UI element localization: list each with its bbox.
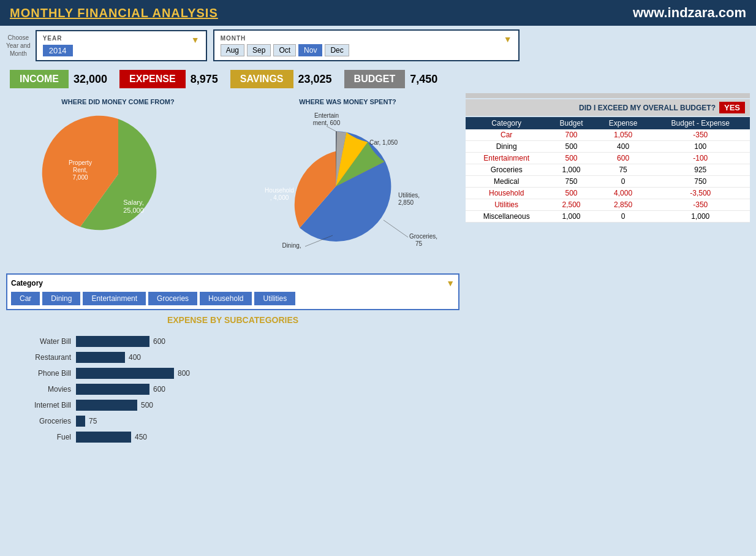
- subcat-btn-utilities[interactable]: Utilities: [254, 292, 295, 305]
- income-label: INCOME: [10, 70, 69, 88]
- year-label: YEAR: [43, 35, 62, 42]
- bar-value: 800: [178, 369, 190, 378]
- bar-label: Water Bill: [16, 337, 71, 346]
- subcat-btn-groceries[interactable]: Groceries: [148, 292, 197, 305]
- savings-summary: SAVINGS 23,025: [230, 70, 332, 88]
- bar-value: 500: [141, 401, 153, 409]
- budget-diff: 750: [651, 176, 750, 188]
- header: MONTHLY FINANCIAL ANALYSIS www.indzara.c…: [0, 0, 756, 26]
- bar-value: 600: [153, 385, 165, 394]
- budget-expense: 1,050: [595, 129, 651, 141]
- bar-label: Fuel: [16, 433, 71, 441]
- month-label: MONTH: [221, 35, 246, 42]
- budget-diff: 925: [651, 164, 750, 176]
- bar-fill: [76, 416, 85, 427]
- table-row: Entertainment500600-100: [466, 153, 750, 164]
- bar-fill: [76, 384, 149, 395]
- budget-header-budget: Budget: [547, 117, 595, 129]
- month-btn-aug[interactable]: Aug: [221, 44, 244, 56]
- salary-label: Salary,: [123, 199, 143, 206]
- budget-category: Entertainment: [466, 153, 547, 164]
- bar-fill: [76, 336, 149, 347]
- subcat-btn-household[interactable]: Household: [200, 292, 252, 305]
- income-value: 32,000: [74, 73, 107, 86]
- budget-expense: 2,850: [595, 199, 651, 211]
- household-value: , 4,000: [270, 194, 289, 201]
- car-label: Car, 1,050: [369, 139, 398, 146]
- bar-row: Water Bill600: [16, 336, 450, 347]
- budget-expense: 0: [595, 176, 651, 188]
- subcat-btn-car[interactable]: Car: [11, 292, 40, 305]
- budget-amount: 500: [547, 188, 595, 199]
- groceries-value: 75: [415, 240, 423, 247]
- month-buttons: AugSepOctNovDec: [221, 44, 512, 56]
- controls-row: ChooseYear andMonth YEAR ▼ 2014 MONTH ▼ …: [0, 26, 756, 65]
- bar-row: Groceries75: [16, 416, 450, 427]
- bar-chart-section: Water Bill600Restaurant400Phone Bill800M…: [6, 330, 459, 454]
- entertainment-label2: ment, 600: [312, 120, 340, 126]
- subcategory-filter-icon[interactable]: ▼: [446, 278, 455, 288]
- bar-row: Movies600: [16, 384, 450, 395]
- expense-subcategories-title: EXPENSE BY SUBCATEGORIES: [6, 310, 459, 327]
- budget-category: Household: [466, 188, 547, 199]
- expense-value: 8,975: [191, 73, 218, 86]
- month-btn-nov[interactable]: Nov: [298, 44, 322, 56]
- budget-header-expense: Expense: [595, 117, 651, 129]
- month-btn-oct[interactable]: Oct: [273, 44, 296, 56]
- bar-row: Restaurant400: [16, 352, 450, 363]
- bar-value: 400: [129, 353, 141, 362]
- budget-exceed-value: YES: [719, 102, 745, 113]
- income-pie-svg: Salary, 25,000 Property Rent, 7,000: [26, 107, 210, 242]
- table-row: Utilities2,5002,850-350: [466, 199, 750, 211]
- table-row: Groceries1,00075925: [466, 164, 750, 176]
- bar-row: Internet Bill500: [16, 400, 450, 411]
- budget-expense: 600: [595, 153, 651, 164]
- bar-fill: [76, 400, 137, 411]
- expense-pie-svg: Household , 4,000 Utilities, 2,850 Car, …: [238, 107, 458, 266]
- year-filter-icon[interactable]: ▼: [191, 35, 200, 45]
- savings-value: 23,025: [298, 73, 332, 86]
- subcategory-filter-label: Category: [11, 279, 43, 288]
- bar-label: Restaurant: [16, 353, 71, 362]
- subcat-btn-entertainment[interactable]: Entertainment: [83, 292, 146, 305]
- budget-amount: 750: [547, 176, 595, 188]
- subcategory-title-row: Category ▼: [11, 278, 455, 288]
- expense-chart-title: WHERE WAS MONEY SPENT?: [236, 96, 459, 107]
- budget-amount: 500: [547, 141, 595, 153]
- utilities-value: 2,850: [398, 199, 414, 206]
- month-btn-dec[interactable]: Dec: [325, 44, 349, 56]
- year-control: YEAR ▼ 2014: [36, 30, 207, 61]
- subcat-btn-dining[interactable]: Dining: [42, 292, 80, 305]
- budget-category: Utilities: [466, 199, 547, 211]
- budget-expense: 400: [595, 141, 651, 153]
- page-title: MONTHLY FINANCIAL ANALYSIS: [10, 6, 218, 20]
- month-btn-sep[interactable]: Sep: [247, 44, 271, 56]
- subcategory-buttons: CarDiningEntertainmentGroceriesHousehold…: [11, 292, 455, 305]
- rent-value: 7,000: [72, 174, 88, 181]
- right-panel: DID I EXCEED MY OVERALL BUDGET? YES Cate…: [466, 93, 750, 454]
- budget-category: Dining: [466, 141, 547, 153]
- budget-exceed-label: DID I EXCEED MY OVERALL BUDGET?: [579, 104, 716, 112]
- budget-diff: -350: [651, 129, 750, 141]
- budget-diff: -100: [651, 153, 750, 164]
- bar-label: Groceries: [16, 417, 71, 425]
- month-filter-icon[interactable]: ▼: [504, 34, 512, 44]
- budget-expense: 75: [595, 164, 651, 176]
- budget-header-budget---expense: Budget - Expense: [651, 117, 750, 129]
- budget-category: Car: [466, 129, 547, 141]
- salary-value: 25,000: [123, 207, 144, 214]
- summary-bar: INCOME 32,000 EXPENSE 8,975 SAVINGS 23,0…: [0, 65, 756, 93]
- budget-amount: 1,000: [547, 164, 595, 176]
- year-value[interactable]: 2014: [43, 45, 73, 56]
- savings-label: SAVINGS: [230, 70, 293, 88]
- bar-fill: [76, 368, 174, 379]
- income-summary: INCOME 32,000: [10, 70, 107, 88]
- groceries-label: Groceries,: [409, 233, 437, 240]
- budget-amount: 2,500: [547, 199, 595, 211]
- expense-summary: EXPENSE 8,975: [119, 70, 218, 88]
- budget-check-header: DID I EXCEED MY OVERALL BUDGET? YES: [466, 99, 750, 116]
- budget-category: Groceries: [466, 164, 547, 176]
- income-chart: WHERE DID MONEY COME FROM? Salary, 25,00…: [6, 96, 230, 266]
- svg-line-0: [327, 126, 336, 131]
- dining-label: Dining,: [282, 242, 301, 249]
